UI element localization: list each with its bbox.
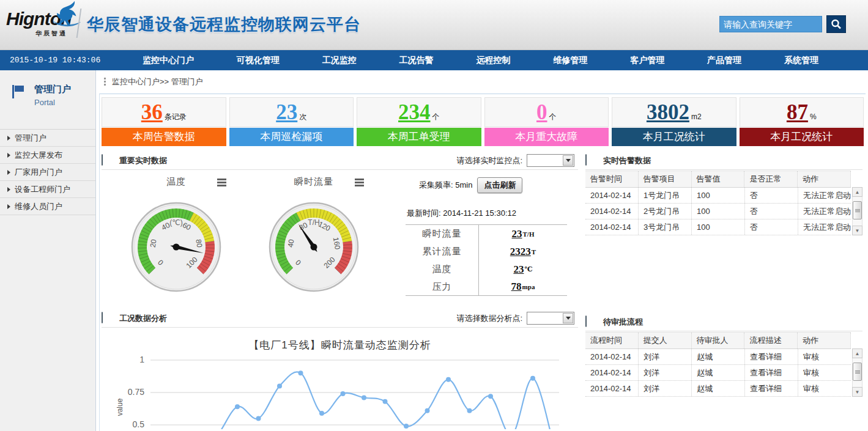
metric-value: 78mpa xyxy=(479,278,567,295)
table-header-row: 告警时间告警项目告警值是否正常动作 xyxy=(585,171,851,188)
sidebar-item-5[interactable]: 维修人员门户 xyxy=(0,198,95,215)
nav-item-2[interactable]: 可视化管理 xyxy=(237,55,280,66)
stat-value[interactable]: 234 xyxy=(398,100,431,125)
stat-card-3[interactable]: 234个本周工单受理 xyxy=(357,97,481,146)
metric-label: 累计流量 xyxy=(406,243,479,260)
scroll-up-icon[interactable]: ▲ xyxy=(852,348,862,358)
table-cell[interactable]: 审核 xyxy=(798,349,851,364)
scrollbar-thumb[interactable] xyxy=(853,201,862,219)
breadcrumb[interactable]: 监控中心门户>> 管理门户 xyxy=(97,70,868,93)
stat-card-2[interactable]: 23次本周巡检漏项 xyxy=(229,97,354,146)
table-cell: 100 xyxy=(692,219,745,235)
stat-value[interactable]: 87 xyxy=(787,100,808,125)
approval-panel: 待审批流程 流程时间提交人待审批人流程描述动作2014-02-14刘洋赵城查看详… xyxy=(585,313,862,397)
nav-item-6[interactable]: 维修管理 xyxy=(553,55,587,66)
column-header: 告警值 xyxy=(692,171,745,187)
scrollbar-track[interactable] xyxy=(852,358,862,387)
stat-label: 本月工况统计 xyxy=(612,128,736,146)
stat-value[interactable]: 0 xyxy=(536,100,547,125)
search-box xyxy=(719,15,846,33)
main-content: 监控中心门户>> 管理门户 36条记录本周告警数据23次本周巡检漏项234个本周… xyxy=(97,70,868,431)
scroll-up-icon[interactable]: ▲ xyxy=(852,187,862,197)
stat-value[interactable]: 3802 xyxy=(647,100,689,125)
flow-analysis-chart-area: 10.750.5value 【电厂1号线】瞬时流量动态监测分析 xyxy=(102,328,578,429)
metrics-table: 瞬时流量23T/H累计流量2323T温度23℃压力78mpa xyxy=(406,224,567,296)
table-cell: 100 xyxy=(692,188,745,203)
table-cell[interactable]: 查看详细 xyxy=(745,365,798,380)
nav-item-8[interactable]: 产品管理 xyxy=(707,55,741,66)
search-button[interactable] xyxy=(826,15,846,33)
sidebar-item-3[interactable]: 厂家用户门户 xyxy=(0,164,95,181)
metric-label: 瞬时流量 xyxy=(406,225,479,243)
approval-panel-title: 待审批流程 xyxy=(603,317,643,328)
table-cell: 2014-02-14 xyxy=(585,381,639,396)
nav-item-4[interactable]: 工况告警 xyxy=(399,55,434,66)
stat-card-5[interactable]: 3802m2本月工况统计 xyxy=(612,97,736,146)
analysis-point-select[interactable] xyxy=(527,312,574,325)
metric-row: 压力78mpa xyxy=(406,278,567,296)
analysis-panel-title: 工况数据分析 xyxy=(119,313,167,324)
nav-item-9[interactable]: 系统管理 xyxy=(784,55,818,66)
stat-cards-row: 36条记录本周告警数据23次本周巡检漏项234个本周工单受理0个本月重大故障38… xyxy=(100,94,866,146)
stat-value[interactable]: 23 xyxy=(276,100,297,125)
monitor-point-select[interactable] xyxy=(527,154,574,167)
table-cell: 否 xyxy=(745,219,798,235)
table-cell: 2014-02-14 xyxy=(585,349,639,364)
scroll-down-icon[interactable]: ▼ xyxy=(852,387,862,397)
refresh-button[interactable]: 点击刷新 xyxy=(477,177,522,193)
table-row: 2014-02-141号龙门吊100否无法正常启动 xyxy=(585,188,851,204)
breadcrumb-text: 监控中心门户>> 管理门户 xyxy=(112,76,203,87)
metric-row: 累计流量2323T xyxy=(406,243,567,260)
table-cell: 2014-02-14 xyxy=(585,219,639,235)
gauge-menu-icon[interactable] xyxy=(217,179,226,188)
column-header: 流程描述 xyxy=(744,333,798,348)
svg-text:0.5: 0.5 xyxy=(133,419,145,429)
table-scrollbar[interactable]: ▲▼ xyxy=(852,187,862,235)
svg-text:80: 80 xyxy=(194,238,204,248)
stat-value-box: 0个 xyxy=(484,97,609,127)
svg-text:(℃): (℃) xyxy=(169,218,182,227)
latest-time-label: 最新时间: 2014-11-21 15:30:12 xyxy=(406,208,567,219)
table-cell[interactable]: 审核 xyxy=(798,365,851,380)
table-cell: 100 xyxy=(692,204,745,219)
table-row: 2014-02-143号龙门吊100否无法正常启动 xyxy=(585,219,851,235)
portal-header: 管理门户 Portal xyxy=(0,70,95,119)
site-title: 华辰智通设备远程监控物联网云平台 xyxy=(87,13,361,35)
nav-item-7[interactable]: 客户管理 xyxy=(630,55,664,66)
scrollbar-thumb[interactable] xyxy=(853,363,862,381)
temperature-gauge: 020406080100(℃) xyxy=(127,197,225,295)
table-cell[interactable]: 查看详细 xyxy=(745,381,798,396)
stat-card-1[interactable]: 36条记录本周告警数据 xyxy=(102,97,226,146)
svg-text:20: 20 xyxy=(149,238,158,248)
column-header: 告警时间 xyxy=(585,171,639,187)
stat-value-box: 3802m2 xyxy=(612,97,736,127)
sidebar-item-2[interactable]: 监控大屏发布 xyxy=(0,147,95,164)
table-cell: 1号龙门吊 xyxy=(639,188,692,203)
stat-card-6[interactable]: 87%本月工况统计 xyxy=(740,97,864,146)
gauge-menu-icon[interactable] xyxy=(355,179,364,188)
stat-unit: % xyxy=(810,112,817,121)
table-cell[interactable]: 查看详细 xyxy=(745,349,798,364)
sidebar-item-4[interactable]: 设备工程师门户 xyxy=(0,181,95,198)
stat-value-box: 87% xyxy=(740,97,864,127)
table-cell[interactable]: 审核 xyxy=(798,381,851,396)
sidebar-menu: 管理门户监控大屏发布厂家用户门户设备工程师门户维修人员门户 xyxy=(0,129,95,215)
column-header: 动作 xyxy=(798,171,851,187)
table-row: 2014-02-14刘洋赵城查看详细审核 xyxy=(585,349,851,365)
stat-card-4[interactable]: 0个本月重大故障 xyxy=(484,97,609,146)
stat-unit: m2 xyxy=(691,112,702,121)
nav-item-3[interactable]: 工况监控 xyxy=(322,55,357,66)
table-scrollbar[interactable]: ▲▼ xyxy=(852,348,862,397)
app-header: Hignton 华辰智通 华辰智通设备远程监控物联网云平台 xyxy=(0,0,868,50)
monitor-point-select-label: 请选择实时监控点: xyxy=(456,155,522,166)
nav-item-5[interactable]: 远程控制 xyxy=(476,55,510,66)
scroll-down-icon[interactable]: ▼ xyxy=(852,226,862,235)
scrollbar-track[interactable] xyxy=(852,197,862,226)
search-input[interactable] xyxy=(719,16,822,32)
realtime-data-panel: 重要实时数据 请选择实时监控点: 温度 xyxy=(102,152,578,307)
svg-text:value: value xyxy=(116,398,124,416)
sidebar-item-1[interactable]: 管理门户 xyxy=(0,130,95,147)
nav-item-1[interactable]: 监控中心门户 xyxy=(143,55,194,66)
stat-label: 本月重大故障 xyxy=(484,128,609,146)
stat-value[interactable]: 36 xyxy=(141,100,163,125)
